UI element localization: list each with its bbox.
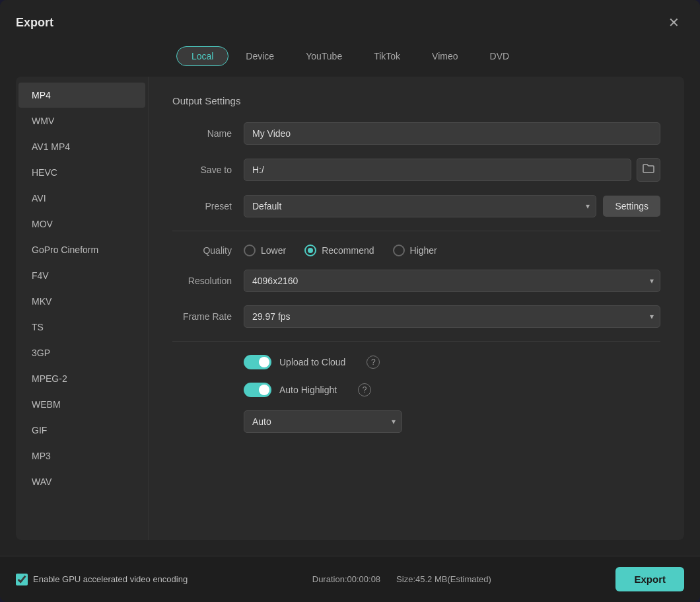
name-label: Name (172, 128, 232, 139)
footer-info: Duration:00:00:08 Size:45.2 MB(Estimated… (312, 574, 491, 584)
auto-highlight-select-wrap: Auto Manual ▾ (244, 410, 402, 433)
resolution-select[interactable]: 4096x2160 1920x1080 1280x720 (244, 270, 660, 292)
footer-left: Enable GPU accelerated video encoding (16, 574, 188, 585)
sidebar-item-av1mp4[interactable]: AV1 MP4 (18, 134, 145, 159)
footer: Enable GPU accelerated video encoding Du… (0, 556, 700, 602)
quality-radio-group: Lower Recommend Higher (244, 245, 437, 256)
sidebar-item-wav[interactable]: WAV (18, 469, 145, 494)
auto-highlight-toggle[interactable] (244, 383, 271, 397)
tab-youtube[interactable]: YouTube (291, 46, 357, 66)
content-area: MP4 WMV AV1 MP4 HEVC AVI MOV GoPro Cinef… (0, 77, 700, 556)
frame-rate-label: Frame Rate (172, 311, 232, 322)
sidebar-item-mp3[interactable]: MP3 (18, 443, 145, 469)
preset-label: Preset (172, 201, 232, 211)
sidebar-item-mov[interactable]: MOV (18, 211, 145, 237)
quality-row: Quality Lower Recommend Higher (172, 245, 660, 256)
frame-rate-select[interactable]: 29.97 fps 24 fps 60 fps (244, 305, 660, 328)
quality-lower-option[interactable]: Lower (244, 245, 286, 256)
name-row: Name (172, 122, 660, 145)
sidebar-item-wmv[interactable]: WMV (18, 108, 145, 133)
upload-cloud-label: Upload to Cloud (279, 357, 345, 367)
tab-local[interactable]: Local (176, 46, 228, 66)
divider-1 (172, 231, 660, 231)
tabs-bar: Local Device YouTube TikTok Vimeo DVD (0, 41, 700, 77)
name-input[interactable] (244, 122, 660, 145)
auto-highlight-label: Auto Highlight (279, 385, 337, 395)
quality-lower-radio[interactable] (244, 245, 256, 256)
upload-cloud-slider (244, 355, 271, 369)
auto-highlight-row: Auto Highlight ? (172, 383, 660, 397)
close-button[interactable]: ✕ (663, 12, 684, 33)
export-dialog: Export ✕ Local Device YouTube TikTok Vim… (0, 0, 700, 602)
quality-recommend-label: Recommend (322, 245, 374, 256)
upload-cloud-controls: Upload to Cloud ? (244, 355, 380, 369)
gpu-label: Enable GPU accelerated video encoding (33, 574, 188, 584)
sidebar-item-hevc[interactable]: HEVC (18, 160, 145, 185)
auto-highlight-select-row: Auto Manual ▾ (172, 410, 660, 433)
gpu-checkbox[interactable] (16, 574, 28, 585)
resolution-label: Resolution (172, 276, 232, 286)
preset-row: Preset Default Custom ▾ Settings (172, 195, 660, 217)
tab-dvd[interactable]: DVD (475, 46, 524, 66)
quality-label: Quality (172, 245, 232, 256)
upload-cloud-help-icon[interactable]: ? (367, 356, 380, 369)
sidebar-item-mpeg2[interactable]: MPEG-2 (18, 366, 145, 391)
preset-select[interactable]: Default Custom (244, 195, 596, 217)
size-stat: Size:45.2 MB(Estimated) (396, 574, 491, 584)
dialog-header: Export ✕ (0, 0, 700, 41)
quality-higher-option[interactable]: Higher (393, 245, 437, 256)
sidebar-item-gif[interactable]: GIF (18, 418, 145, 443)
sidebar-item-3gp[interactable]: 3GP (18, 340, 145, 365)
sidebar-item-ts[interactable]: TS (18, 315, 145, 340)
gpu-checkbox-wrap: Enable GPU accelerated video encoding (16, 574, 188, 585)
tab-vimeo[interactable]: Vimeo (417, 46, 472, 66)
quality-higher-label: Higher (410, 245, 437, 256)
auto-highlight-slider (244, 383, 271, 397)
sidebar-item-gopro[interactable]: GoPro Cineform (18, 237, 145, 262)
duration-stat: Duration:00:00:08 (312, 574, 380, 584)
quality-higher-radio[interactable] (393, 245, 405, 256)
sidebar-item-f4v[interactable]: F4V (18, 263, 145, 288)
sidebar-item-webm[interactable]: WEBM (18, 392, 145, 417)
save-to-input[interactable] (244, 159, 631, 181)
preset-controls: Default Custom ▾ Settings (244, 195, 660, 217)
tab-tiktok[interactable]: TikTok (359, 46, 415, 66)
settings-button[interactable]: Settings (603, 196, 660, 217)
sidebar-item-avi[interactable]: AVI (18, 186, 145, 211)
quality-lower-label: Lower (261, 245, 286, 256)
resolution-select-wrap: 4096x2160 1920x1080 1280x720 ▾ (244, 270, 660, 292)
section-title: Output Settings (172, 95, 660, 106)
sidebar: MP4 WMV AV1 MP4 HEVC AVI MOV GoPro Cinef… (16, 77, 148, 540)
frame-rate-select-wrap: 29.97 fps 24 fps 60 fps ▾ (244, 305, 660, 328)
quality-recommend-option[interactable]: Recommend (304, 245, 374, 256)
folder-browse-button[interactable] (637, 158, 660, 182)
folder-icon (643, 163, 654, 176)
close-icon: ✕ (668, 15, 680, 30)
sidebar-item-mkv[interactable]: MKV (18, 289, 145, 314)
main-panel: Output Settings Name Save to (148, 77, 684, 540)
auto-highlight-help-icon[interactable]: ? (358, 383, 371, 396)
save-to-label: Save to (172, 165, 232, 175)
auto-highlight-controls: Auto Highlight ? (244, 383, 371, 397)
divider-2 (172, 341, 660, 342)
resolution-row: Resolution 4096x2160 1920x1080 1280x720 … (172, 270, 660, 292)
export-button[interactable]: Export (615, 567, 684, 591)
auto-highlight-select[interactable]: Auto Manual (244, 410, 402, 433)
preset-select-wrap: Default Custom ▾ (244, 195, 596, 217)
tab-device[interactable]: Device (231, 46, 289, 66)
sidebar-item-mp4[interactable]: MP4 (18, 83, 145, 108)
dialog-title: Export (16, 16, 53, 30)
save-to-row: Save to (172, 158, 660, 182)
upload-cloud-toggle[interactable] (244, 355, 271, 369)
save-to-inputs (244, 158, 660, 182)
frame-rate-row: Frame Rate 29.97 fps 24 fps 60 fps ▾ (172, 305, 660, 328)
quality-recommend-radio[interactable] (304, 245, 316, 256)
upload-cloud-row: Upload to Cloud ? (172, 355, 660, 369)
